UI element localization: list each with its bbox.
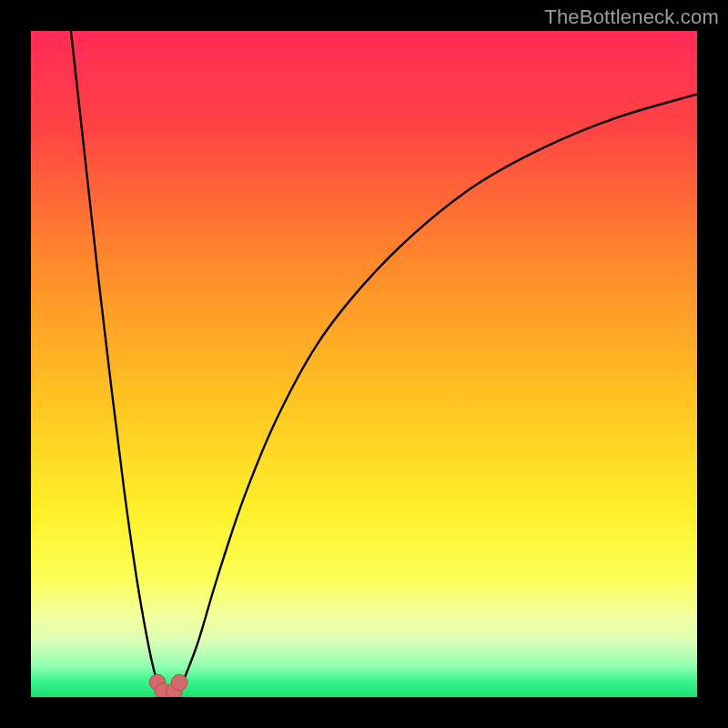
outer-frame: TheBottleneck.com [0, 0, 728, 728]
chart-overlay [31, 31, 697, 697]
curve-left-branch [71, 31, 159, 687]
curve-right-branch [181, 95, 697, 687]
optimal-marker [171, 674, 187, 691]
plot-area [31, 31, 697, 697]
optimal-markers [149, 674, 187, 697]
watermark-text: TheBottleneck.com [544, 5, 719, 29]
